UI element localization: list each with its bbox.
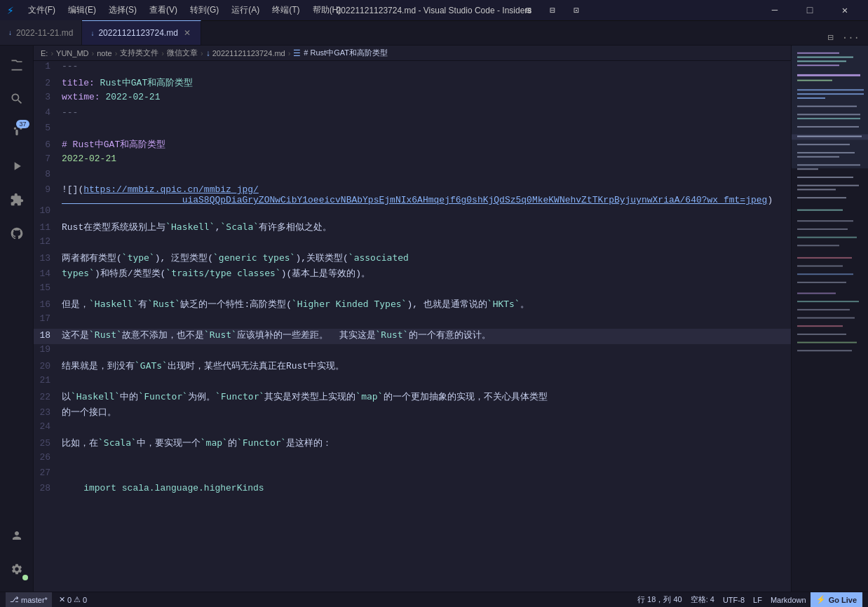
activity-account[interactable] bbox=[0, 519, 34, 552]
restore-button[interactable]: □ bbox=[794, 0, 826, 21]
code-line-20: 20 结果就是，到没有`GATs`出现时，某些代码无法真正在Rust中实现。 bbox=[34, 360, 791, 375]
golive-button[interactable]: ⚡ Go Live bbox=[811, 592, 862, 608]
language-item[interactable]: Markdown bbox=[766, 592, 811, 608]
more-actions-icon[interactable]: ··· bbox=[839, 31, 862, 45]
cursor-position-item[interactable]: 行 18，列 40 bbox=[633, 592, 686, 608]
svg-rect-40 bbox=[797, 342, 857, 343]
code-line-10: 10 bbox=[34, 205, 791, 221]
breadcrumb-root[interactable]: E: bbox=[41, 49, 48, 57]
tab-icon-2: ↓ bbox=[90, 29, 94, 37]
line-num-14: 14 bbox=[34, 268, 62, 279]
activity-files[interactable] bbox=[0, 48, 34, 82]
activity-github[interactable] bbox=[0, 217, 34, 250]
activity-settings[interactable] bbox=[0, 552, 34, 586]
activity-run[interactable] bbox=[0, 149, 34, 183]
code-line-22: 22 以`Haskell`中的`Functor`为例。`Functor`其实是对… bbox=[34, 390, 791, 406]
indent-item[interactable]: 空格: 4 bbox=[686, 592, 719, 608]
line-num-18: 18 bbox=[34, 330, 62, 341]
line-num-21: 21 bbox=[34, 375, 62, 386]
svg-rect-39 bbox=[797, 334, 846, 335]
svg-rect-23 bbox=[797, 189, 836, 190]
tab-close-button[interactable]: ✕ bbox=[182, 27, 192, 39]
file-download-icon: ↓ bbox=[206, 48, 210, 58]
svg-rect-36 bbox=[797, 309, 850, 311]
branch-name: master* bbox=[21, 596, 48, 604]
titlebar: ⚡ 文件(F) 编辑(E) 选择(S) 查看(V) 转到(G) 运行(A) 终端… bbox=[0, 0, 868, 21]
code-line-6: 6 # Rust中GAT和高阶类型 bbox=[34, 138, 791, 154]
breadcrumb-yun-md[interactable]: YUN_MD bbox=[56, 49, 88, 57]
line-num-16: 16 bbox=[34, 299, 62, 310]
line-content-4: --- bbox=[62, 107, 791, 118]
line-num-1: 1 bbox=[34, 61, 62, 71]
breadcrumb-sep-3: › bbox=[115, 49, 118, 57]
line-num-17: 17 bbox=[34, 313, 62, 324]
menu-view[interactable]: 查看(V) bbox=[144, 3, 183, 18]
activity-search[interactable] bbox=[0, 82, 34, 116]
code-line-3: 3 wxtime: 2022-02-21 bbox=[34, 92, 791, 107]
code-editor[interactable]: 1 --- 2 title: Rust中GAT和高阶类型 3 wxtime: 2… bbox=[34, 61, 791, 592]
line-content-13: 两者都有类型(`type`), 泛型类型(`generic types`),关联… bbox=[62, 252, 791, 264]
code-line-27: 27 bbox=[34, 468, 791, 483]
menu-terminal[interactable]: 终端(T) bbox=[266, 3, 305, 18]
code-line-12: 12 bbox=[34, 236, 791, 252]
tab-file1[interactable]: ↓ 2022-11-21.md bbox=[0, 20, 82, 45]
activity-source-control[interactable]: 37 bbox=[0, 116, 34, 149]
menu-run[interactable]: 运行(A) bbox=[226, 3, 265, 18]
breadcrumb-wechat[interactable]: 微信文章 bbox=[167, 48, 198, 58]
encoding-item[interactable]: UTF-8 bbox=[719, 592, 749, 608]
menu-select[interactable]: 选择(S) bbox=[103, 3, 142, 18]
svg-rect-32 bbox=[797, 273, 853, 275]
tab-actions: ⊟ ··· bbox=[819, 30, 868, 45]
code-line-26: 26 bbox=[34, 452, 791, 468]
line-num-10: 10 bbox=[34, 205, 62, 216]
editor: E: › YUN_MD › note › 支持类文件 › 微信文章 › ↓ 20… bbox=[34, 46, 791, 592]
layout2-icon[interactable]: ⊟ bbox=[542, 0, 563, 21]
breadcrumb-support[interactable]: 支持类文件 bbox=[120, 48, 158, 58]
close-button[interactable]: ✕ bbox=[829, 0, 861, 21]
activity-bar: 37 bbox=[0, 46, 34, 592]
breadcrumb-sep-2: › bbox=[92, 49, 95, 57]
tab-file2[interactable]: ↓ 20221121123724.md ✕ bbox=[82, 20, 201, 45]
git-branch-item[interactable]: ⎇ master* bbox=[6, 592, 52, 608]
branch-icon: ⎇ bbox=[10, 595, 19, 604]
code-line-16: 16 但是，`Haskell`有`Rust`缺乏的一个特性:高阶类型(`High… bbox=[34, 298, 791, 313]
svg-rect-26 bbox=[797, 220, 853, 221]
split-editor-icon[interactable]: ⊟ bbox=[825, 30, 836, 45]
line-ending-item[interactable]: LF bbox=[749, 592, 766, 608]
code-line-15: 15 bbox=[34, 282, 791, 298]
error-icon: ✕ bbox=[59, 595, 65, 604]
language-label: Markdown bbox=[771, 596, 806, 604]
code-line-1: 1 --- bbox=[34, 61, 791, 76]
line-content-3: wxtime: 2022-02-21 bbox=[62, 92, 791, 102]
line-content-18: 这不是`Rust`故意不添加，也不是`Rust`应该填补的一些差距。 其实这是`… bbox=[62, 329, 791, 341]
breadcrumb-note[interactable]: note bbox=[97, 49, 111, 57]
activity-bar-bottom bbox=[0, 519, 34, 592]
code-line-8: 8 bbox=[34, 169, 791, 184]
minimize-button[interactable]: ─ bbox=[759, 0, 791, 21]
menu-edit[interactable]: 编辑(E) bbox=[62, 3, 102, 18]
warning-count: 0 bbox=[83, 596, 87, 604]
menu-file[interactable]: 文件(F) bbox=[22, 3, 61, 18]
layout3-icon[interactable]: ⊡ bbox=[566, 0, 587, 21]
line-num-25: 25 bbox=[34, 438, 62, 449]
code-line-7: 7 2022-02-21 bbox=[34, 154, 791, 169]
code-line-5: 5 bbox=[34, 123, 791, 138]
svg-rect-22 bbox=[797, 185, 859, 186]
line-content-16: 但是，`Haskell`有`Rust`缺乏的一个特性:高阶类型(`Higher … bbox=[62, 298, 791, 311]
line-content-14: types`)和特质/类型类(`traits/type classes`)(基本… bbox=[62, 267, 791, 280]
breadcrumb-sep-4: › bbox=[161, 49, 164, 57]
svg-rect-25 bbox=[797, 210, 843, 211]
code-line-24: 24 bbox=[34, 421, 791, 437]
error-count: 0 bbox=[67, 596, 72, 604]
line-num-9: 9 bbox=[34, 184, 62, 195]
activity-extensions[interactable] bbox=[0, 183, 34, 217]
breadcrumb-file[interactable]: ↓ 20221121123724.md bbox=[206, 48, 285, 58]
code-line-17: 17 bbox=[34, 313, 791, 329]
line-num-7: 7 bbox=[34, 154, 62, 164]
svg-rect-28 bbox=[797, 237, 857, 238]
golive-label: Go Live bbox=[829, 596, 857, 604]
error-count-item[interactable]: ✕ 0 ⚠ 0 bbox=[55, 592, 91, 608]
menu-goto[interactable]: 转到(G) bbox=[184, 3, 224, 18]
line-num-28: 28 bbox=[34, 483, 62, 493]
code-line-25: 25 比如，在`Scala`中，要实现一个`map`的`Functor`是这样的… bbox=[34, 437, 791, 452]
